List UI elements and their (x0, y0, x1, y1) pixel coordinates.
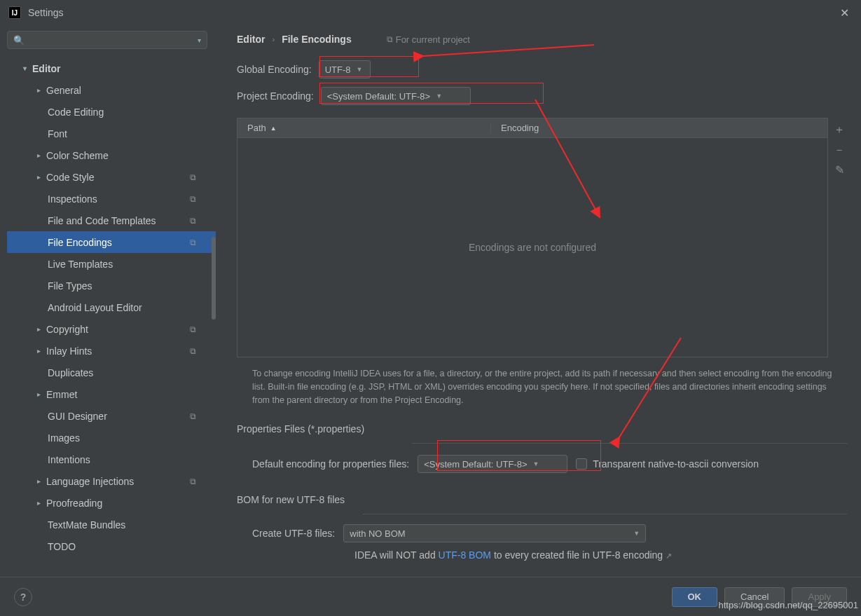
search-icon: 🔍 (13, 35, 25, 46)
app-icon (8, 6, 21, 19)
bom-select[interactable]: with NO BOM ▼ (343, 524, 646, 542)
expand-icon: ▸ (34, 151, 43, 159)
copy-icon: ⧉ (190, 477, 196, 486)
chevron-down-icon: ▼ (633, 530, 640, 537)
tree-item-font[interactable]: Font (7, 123, 216, 144)
tree-item-duplicates[interactable]: Duplicates (7, 362, 216, 383)
help-button[interactable]: ? (14, 588, 32, 606)
copy-icon: ⧉ (190, 216, 196, 226)
tree-editor[interactable]: ▾ Editor (7, 57, 216, 79)
project-encoding-select[interactable]: <System Default: UTF-8> ▼ (321, 87, 471, 105)
checkbox-icon (576, 458, 587, 470)
tree-item-android-layout-editor[interactable]: Android Layout Editor (7, 296, 216, 318)
divider (412, 443, 847, 444)
props-encoding-label: Default encoding for properties files: (252, 458, 409, 470)
bom-section: BOM for new UTF-8 files (237, 494, 847, 508)
tree-item-todo[interactable]: TODO (7, 535, 216, 557)
expand-icon: ▸ (34, 325, 43, 333)
bom-link[interactable]: UTF-8 BOM (439, 549, 491, 561)
search-field[interactable] (29, 35, 198, 46)
expand-icon: ▸ (34, 477, 43, 485)
chevron-right-icon: › (272, 35, 275, 43)
chevron-down-icon: ▼ (436, 93, 442, 100)
tree-item-file-types[interactable]: File Types (7, 275, 216, 296)
settings-tree: ▾ Editor ▸GeneralCode EditingFont▸Color … (7, 57, 216, 557)
remove-button[interactable]: － (834, 143, 845, 158)
search-history-icon[interactable]: ▾ (198, 36, 201, 44)
copy-icon: ⧉ (190, 172, 196, 182)
chevron-down-icon: ▼ (356, 66, 362, 73)
copy-icon: ⧉ (190, 194, 196, 204)
copy-icon: ⧉ (190, 238, 196, 247)
tree-item-inspections[interactable]: Inspections⧉ (7, 188, 216, 210)
bom-info: IDEA will NOT add UTF-8 BOM to every cre… (237, 549, 847, 561)
breadcrumb-leaf: File Encodings (282, 34, 352, 45)
add-button[interactable]: ＋ (834, 123, 845, 137)
tree-item-intentions[interactable]: Intentions (7, 449, 216, 470)
copy-icon: ⧉ (190, 411, 196, 421)
tree-item-code-editing[interactable]: Code Editing (7, 101, 216, 123)
tree-item-general[interactable]: ▸General (7, 79, 216, 101)
help-text: To change encoding IntelliJ IDEA uses fo… (237, 367, 832, 406)
table-empty: Encodings are not configured (237, 138, 827, 357)
external-link-icon: ↗ (666, 552, 672, 560)
ok-button[interactable]: OK (672, 587, 718, 607)
tree-item-images[interactable]: Images (7, 427, 216, 449)
search-input[interactable]: 🔍 ▾ (7, 31, 207, 49)
column-encoding[interactable]: Encoding (491, 123, 827, 133)
tree-item-color-scheme[interactable]: ▸Color Scheme (7, 144, 216, 166)
breadcrumb: Editor › File Encodings ⧉ For current pr… (237, 34, 847, 45)
props-encoding-select[interactable]: <System Default: UTF-8> ▼ (418, 455, 567, 473)
breadcrumb-root[interactable]: Editor (237, 34, 265, 45)
expand-icon: ▸ (34, 86, 43, 94)
titlebar: Settings ✕ (0, 0, 861, 25)
tree-item-gui-designer[interactable]: GUI Designer⧉ (7, 405, 216, 427)
bom-label: Create UTF-8 files: (252, 528, 335, 539)
copy-icon: ⧉ (190, 346, 196, 356)
global-encoding-label: Global Encoding: (237, 64, 312, 75)
copy-icon: ⧉ (387, 34, 393, 44)
tree-item-language-injections[interactable]: ▸Language Injections⧉ (7, 470, 216, 492)
content-panel: Editor › File Encodings ⧉ For current pr… (223, 25, 861, 577)
column-path[interactable]: Path ▲ (237, 123, 491, 133)
tree-item-textmate-bundles[interactable]: TextMate Bundles (7, 514, 216, 535)
project-encoding-label: Project Encoding: (237, 90, 314, 102)
expand-icon: ▸ (34, 173, 43, 181)
chevron-down-icon: ▼ (533, 460, 539, 467)
collapse-icon: ▾ (20, 64, 29, 72)
expand-icon: ▸ (34, 499, 43, 507)
global-encoding-select[interactable]: UTF-8 ▼ (319, 60, 371, 78)
close-button[interactable]: ✕ (836, 6, 853, 20)
scope-label: ⧉ For current project (387, 34, 470, 45)
expand-icon: ▸ (34, 347, 43, 355)
encoding-table: Path ▲ Encoding ＋ － ✎ Encodings are not … (237, 118, 828, 357)
sidebar-scrollbar[interactable] (212, 237, 216, 320)
copy-icon: ⧉ (190, 324, 196, 334)
tree-item-emmet[interactable]: ▸Emmet (7, 383, 216, 405)
tree-item-inlay-hints[interactable]: ▸Inlay Hints⧉ (7, 340, 216, 362)
svg-line-0 (423, 45, 594, 56)
properties-section: Properties Files (*.properties) (237, 423, 847, 437)
watermark: https://blog.csdn.net/qq_22695001 (719, 600, 859, 610)
tree-item-live-templates[interactable]: Live Templates (7, 253, 216, 275)
divider (363, 514, 847, 514)
tree-item-file-encodings[interactable]: File Encodings⧉ (7, 231, 216, 253)
sort-asc-icon: ▲ (270, 125, 277, 132)
native-ascii-checkbox[interactable]: Transparent native-to-ascii conversion (576, 458, 759, 470)
window-title: Settings (28, 7, 836, 18)
tree-item-copyright[interactable]: ▸Copyright⧉ (7, 318, 216, 340)
sidebar: 🔍 ▾ ▾ Editor ▸GeneralCode EditingFont▸Co… (0, 25, 223, 577)
tree-item-file-and-code-templates[interactable]: File and Code Templates⧉ (7, 210, 216, 231)
edit-button[interactable]: ✎ (835, 163, 844, 177)
tree-item-proofreading[interactable]: ▸Proofreading (7, 492, 216, 514)
tree-item-code-style[interactable]: ▸Code Style⧉ (7, 166, 216, 188)
expand-icon: ▸ (34, 390, 43, 398)
